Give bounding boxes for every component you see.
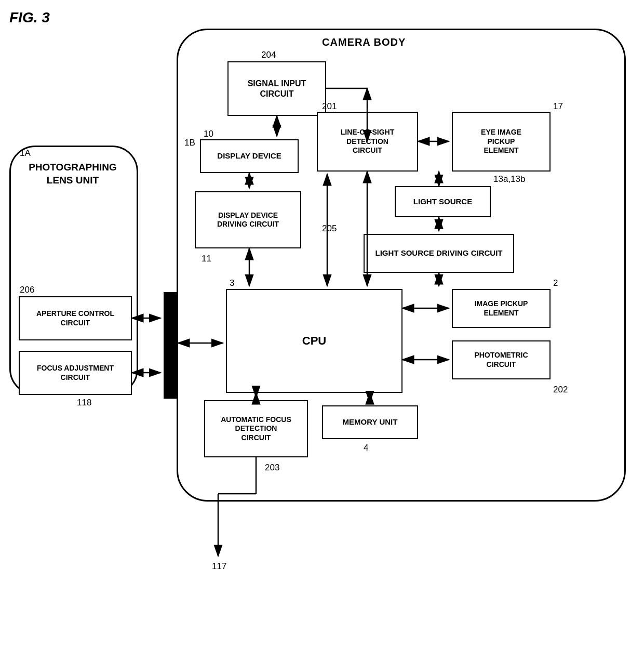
- ref-1b: 1B: [184, 138, 195, 148]
- signal-input-circuit-box: SIGNAL INPUTCIRCUIT: [227, 61, 326, 116]
- ref-13ab: 13a,13b: [493, 174, 525, 185]
- figure-label: FIG. 3: [9, 9, 50, 26]
- aperture-box: APERTURE CONTROLCIRCUIT: [19, 296, 132, 340]
- ref-118: 118: [77, 398, 91, 408]
- ref-206: 206: [20, 285, 34, 295]
- ref-17: 17: [553, 101, 563, 112]
- connector-block: [164, 292, 178, 399]
- ref-2: 2: [553, 278, 558, 288]
- focus-adj-box: FOCUS ADJUSTMENTCIRCUIT: [19, 351, 132, 395]
- ref-4: 4: [364, 443, 368, 453]
- memory-unit-box: MEMORY UNIT: [322, 405, 418, 439]
- diagram-container: FIG. 3 CAMERA BODY PHOTOGRAPHINGLENS UNI…: [0, 0, 644, 645]
- ref-117: 117: [212, 561, 226, 572]
- los-detection-box: LINE-OF-SIGHTDETECTIONCIRCUIT: [317, 112, 418, 172]
- display-device-box: DISPLAY DEVICE: [200, 139, 299, 173]
- cpu-box: CPU: [226, 289, 403, 393]
- ref-201: 201: [322, 101, 337, 112]
- image-pickup-box: IMAGE PICKUPELEMENT: [452, 289, 551, 328]
- ref-3: 3: [230, 278, 234, 288]
- ref-203: 203: [265, 463, 279, 473]
- ref-205: 205: [322, 223, 337, 234]
- eye-pickup-box: EYE IMAGEPICKUPELEMENT: [452, 112, 551, 172]
- lens-unit-label: PHOTOGRAPHINGLENS UNIT: [16, 161, 130, 187]
- ref-202: 202: [553, 385, 568, 395]
- ref-11: 11: [202, 254, 211, 264]
- auto-focus-box: AUTOMATIC FOCUSDETECTIONCIRCUIT: [204, 400, 308, 457]
- ref-204: 204: [261, 50, 276, 60]
- camera-body-label: CAMERA BODY: [322, 36, 406, 48]
- ref-1a: 1A: [20, 148, 31, 159]
- light-source-box: LIGHT SOURCE: [395, 186, 491, 217]
- photometric-box: PHOTOMETRICCIRCUIT: [452, 340, 551, 379]
- ref-10: 10: [204, 129, 213, 139]
- display-driving-box: DISPLAY DEVICEDRIVING CIRCUIT: [195, 191, 301, 248]
- light-driving-box: LIGHT SOURCE DRIVING CIRCUIT: [364, 234, 514, 273]
